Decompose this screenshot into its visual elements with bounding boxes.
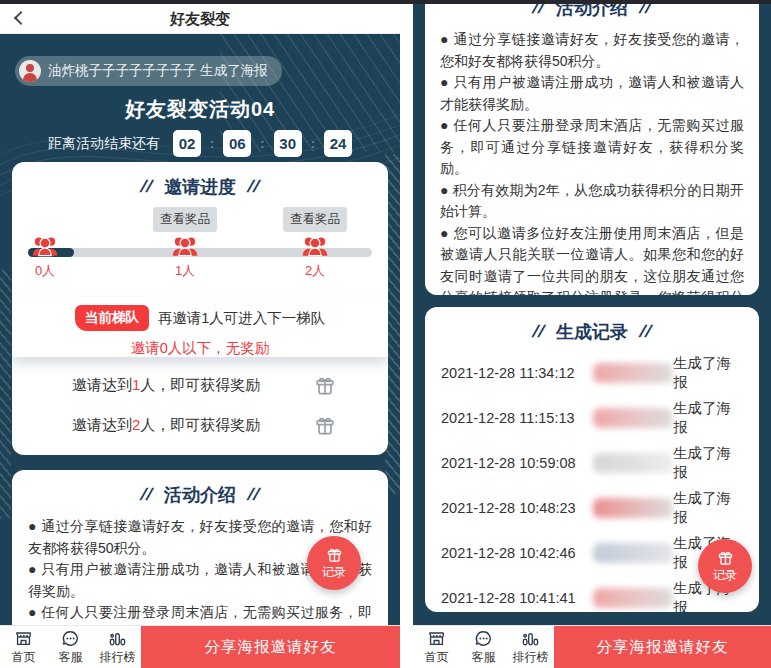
censored-username (593, 588, 673, 608)
home-shop-icon (14, 629, 33, 648)
records-title: 生成记录 (556, 320, 628, 344)
tier-hint-text: 再邀请1人可进入下一梯队 (158, 309, 326, 328)
countdown-separator: : (311, 136, 315, 151)
countdown-minutes: 30 (274, 130, 302, 157)
intro-bullet: ● 只有用户被邀请注册成功，邀请人和被邀请人才能获得奖励。 (440, 72, 744, 115)
intro-bullet: ● 任何人只要注册登录周末酒店，无需购买过服务，即可通过分享链接邀请好友，获得积… (440, 115, 744, 180)
nav-item-ranking[interactable]: 排行榜 (507, 626, 554, 668)
intro-bullet: ● 您可以邀请多位好友注册使用周末酒店，但是被邀请人只能关联一位邀请人。如果您和… (440, 223, 744, 296)
title-slash-icon: // (531, 322, 546, 342)
milestone-label-2: 2人 (285, 262, 345, 280)
gift-icon (314, 414, 336, 436)
bar-chart-icon (108, 629, 127, 648)
gift-icon (717, 549, 734, 566)
reward-row: 邀请达到2人，即可获得奖励 (12, 414, 388, 436)
title-slash-icon: // (139, 177, 154, 197)
record-action: 生成了海报 (673, 354, 743, 392)
poster-toast: 油炸桃子子子子子子子子 生成了海报 (15, 56, 282, 86)
reward-row: 邀请达到1人，即可获得奖励 (12, 374, 388, 396)
records-fab-button[interactable]: 记录 (698, 539, 752, 593)
records-fab-label: 记录 (713, 567, 737, 584)
countdown-separator: : (260, 136, 264, 151)
no-reward-text: 邀请0人以下，无奖励 (12, 339, 388, 358)
invite-progress-title: 邀请进度 (164, 175, 236, 199)
countdown-label: 距离活动结束还有 (48, 135, 160, 153)
invite-progress-card: // 邀请进度 // 查看奖品 查看奖品 0人 1人 2人 当前梯队 (12, 162, 388, 455)
toast-text: 油炸桃子子子子子子子子 生成了海报 (48, 62, 268, 80)
censored-username (593, 543, 673, 563)
title-slash-icon: // (139, 485, 154, 505)
gift-icon (326, 546, 343, 563)
activity-intro-title: 活动介绍 (164, 483, 236, 507)
record-row: 2021-12-28 10:59:08 生成了海报 (425, 440, 759, 485)
censored-username (593, 363, 673, 383)
record-row: 2021-12-28 11:34:12 生成了海报 (425, 350, 759, 395)
card-title: // 邀请进度 // (12, 175, 388, 199)
page-title: 好友裂变 (0, 10, 400, 29)
activity-title: 好友裂变活动04 (0, 96, 400, 123)
countdown-separator: : (210, 136, 214, 151)
record-time: 2021-12-28 11:15:13 (441, 410, 593, 426)
censored-username (593, 453, 673, 473)
share-poster-button[interactable]: 分享海报邀请好友 (141, 626, 400, 668)
top-crop-strip (0, 0, 771, 4)
card-title: // 生成记录 // (425, 320, 759, 344)
countdown-hours: 06 (223, 130, 251, 157)
current-tier-box: 当前梯队 再邀请1人可进入下一梯队 邀请0人以下，无奖励 (12, 297, 388, 357)
record-time: 2021-12-28 10:42:46 (441, 545, 593, 561)
view-prize-button-2[interactable]: 查看奖品 (283, 207, 347, 232)
bottom-navbar: 首页 客服 排行榜 分享海报邀请好友 (413, 625, 771, 668)
screen-right: // 活动介绍 // ● 通过分享链接邀请好友，好友接受您的邀请，您和好友都将获… (413, 0, 771, 668)
record-row: 2021-12-28 10:48:23 生成了海报 (425, 485, 759, 530)
nav-item-service[interactable]: 客服 (47, 626, 94, 668)
people-group-icon (31, 234, 59, 258)
bar-chart-icon (521, 629, 540, 648)
current-tier-badge: 当前梯队 (75, 305, 149, 331)
avatar (19, 60, 41, 82)
nav-item-service[interactable]: 客服 (460, 626, 507, 668)
record-action: 生成了海报 (673, 444, 743, 482)
nav-item-ranking[interactable]: 排行榜 (94, 626, 141, 668)
record-time: 2021-12-28 10:59:08 (441, 455, 593, 471)
censored-username (593, 408, 673, 428)
nav-item-home[interactable]: 首页 (413, 626, 460, 668)
chat-bubble-icon (474, 629, 493, 648)
share-poster-button[interactable]: 分享海报邀请好友 (554, 626, 771, 668)
view-prize-button-1[interactable]: 查看奖品 (153, 207, 217, 232)
records-fab-button[interactable]: 记录 (307, 536, 361, 590)
record-action: 生成了海报 (673, 489, 743, 527)
censored-username (593, 498, 673, 518)
people-group-icon (301, 234, 329, 258)
milestone-label-1: 1人 (155, 262, 215, 280)
reward-text: 邀请达到2人，即可获得奖励 (72, 416, 260, 435)
record-row: 2021-12-28 11:15:13 生成了海报 (425, 395, 759, 440)
edge-stripes-left-decoration (0, 269, 11, 519)
bottom-navbar: 首页 客服 排行榜 分享海报邀请好友 (0, 625, 400, 668)
reward-text: 邀请达到1人，即可获得奖励 (72, 376, 260, 395)
gift-icon (314, 374, 336, 396)
people-group-icon (171, 234, 199, 258)
title-slash-icon: // (246, 485, 261, 505)
title-slash-icon: // (638, 322, 653, 342)
countdown: 距离活动结束还有 02 : 06 : 30 : 24 (0, 130, 400, 157)
intro-bullet: ● 通过分享链接邀请好友，好友接受您的邀请，您和好友都将获得50积分。 (440, 29, 744, 72)
countdown-days: 02 (173, 130, 201, 157)
record-time: 2021-12-28 11:34:12 (441, 365, 593, 381)
home-shop-icon (427, 629, 446, 648)
record-time: 2021-12-28 10:48:23 (441, 500, 593, 516)
nav-item-home[interactable]: 首页 (0, 626, 47, 668)
record-time: 2021-12-28 10:41:41 (441, 590, 593, 606)
friend-fission-page: 好友裂变 油炸桃子子子子子子子子 生成了海报 好友裂变活动04 距离活动结束还有… (0, 0, 771, 668)
card-title: // 活动介绍 // (28, 483, 372, 507)
screen-left: 好友裂变 油炸桃子子子子子子子子 生成了海报 好友裂变活动04 距离活动结束还有… (0, 0, 400, 668)
intro-bullet: ● 积分有效期为2年，从您成功获得积分的日期开始计算。 (440, 180, 744, 223)
records-fab-label: 记录 (322, 564, 346, 581)
intro-bullets: ● 通过分享链接邀请好友，好友接受您的邀请，您和好友都将获得50积分。 ● 只有… (440, 29, 744, 295)
chat-bubble-icon (61, 629, 80, 648)
activity-intro-card: // 活动介绍 // ● 通过分享链接邀请好友，好友接受您的邀请，您和好友都将获… (425, 0, 759, 295)
title-slash-icon: // (246, 177, 261, 197)
appbar: 好友裂变 (0, 4, 400, 34)
record-action: 生成了海报 (673, 399, 743, 437)
milestone-label-0: 0人 (15, 262, 75, 280)
countdown-seconds: 24 (324, 130, 352, 157)
